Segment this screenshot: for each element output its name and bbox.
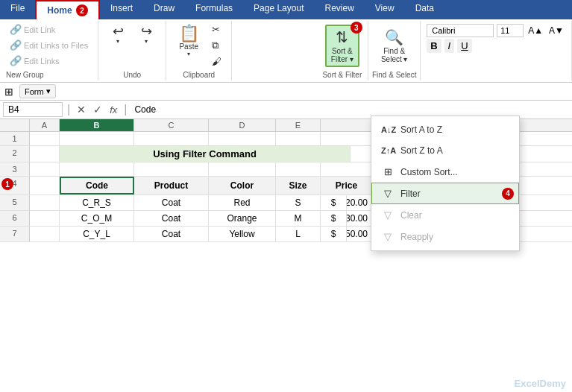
menu-item-reapply[interactable]: ▽ Reapply xyxy=(371,226,519,247)
tab-draw[interactable]: Draw xyxy=(143,0,185,19)
font-size-down-icon[interactable]: A▼ xyxy=(547,25,565,37)
form-btn[interactable]: Form ▾ xyxy=(19,84,56,98)
edit-link-label: Edit Link xyxy=(24,25,55,34)
insert-function-icon[interactable]: fx xyxy=(107,104,119,116)
copy-btn[interactable]: ⧉ xyxy=(208,38,225,53)
col-header-a[interactable]: A xyxy=(30,119,60,131)
col-header-d[interactable]: D xyxy=(209,119,276,131)
cell-5b[interactable]: C_R_S xyxy=(60,195,134,210)
sort-za-icon: Z↑A xyxy=(381,146,395,155)
cell-6f-val[interactable]: 30.00 xyxy=(347,211,373,226)
cell-3d[interactable] xyxy=(209,162,276,176)
cell-7c[interactable]: Coat xyxy=(134,227,209,241)
menu-item-filter[interactable]: ▽ Filter 4 xyxy=(371,183,519,204)
underline-btn[interactable]: U xyxy=(457,39,471,53)
sort-filter-btn[interactable]: ⇅ Sort &Filter ▾ 3 xyxy=(325,25,359,67)
tab-formulas[interactable]: Formulas xyxy=(185,0,243,19)
cell-3a[interactable] xyxy=(30,162,60,176)
cell-ref-box[interactable] xyxy=(3,102,63,117)
cell-5f-val[interactable]: 20.00 xyxy=(347,195,373,210)
col-header-b[interactable]: B xyxy=(60,119,134,131)
cell-6e[interactable]: M xyxy=(276,211,321,226)
edit-link-icon: 🔗 xyxy=(10,24,22,35)
cell-5d[interactable]: Red xyxy=(209,195,276,210)
cell-4b[interactable]: Code xyxy=(60,177,134,195)
sort-filter-dropdown: A↓Z Sort A to Z Z↑A Sort Z to A ⊞ Custom… xyxy=(371,116,520,251)
cell-7f-dollar[interactable]: $ xyxy=(321,227,347,241)
cell-5f-dollar[interactable]: $ xyxy=(321,195,347,210)
cancel-formula-icon[interactable]: ✕ xyxy=(75,103,88,116)
col-header-f[interactable] xyxy=(321,119,373,131)
menu-item-sort-az[interactable]: A↓Z Sort A to Z xyxy=(371,119,519,140)
cell-6d[interactable]: Orange xyxy=(209,211,276,226)
col-header-c[interactable]: C xyxy=(134,119,209,131)
cell-3c[interactable] xyxy=(134,162,209,176)
cell-3f[interactable] xyxy=(321,162,373,176)
italic-btn[interactable]: I xyxy=(444,39,455,53)
find-group-label: Find & Select xyxy=(372,71,416,79)
cell-4f[interactable]: Price xyxy=(321,177,373,195)
cell-5c[interactable]: Coat xyxy=(134,195,209,210)
cell-3e[interactable] xyxy=(276,162,321,176)
cell-7f-val[interactable]: 50.00 xyxy=(347,227,373,241)
cell-title-merged[interactable]: Using Filter Command xyxy=(60,146,351,162)
cell-1c[interactable] xyxy=(134,132,209,145)
custom-sort-icon: ⊞ xyxy=(381,166,395,177)
cell-1b[interactable] xyxy=(60,132,134,145)
edit-link-btn[interactable]: 🔗 Edit Link xyxy=(6,22,59,37)
cell-1e[interactable] xyxy=(276,132,321,145)
cell-5a[interactable] xyxy=(30,195,60,210)
cell-4c[interactable]: Product xyxy=(134,177,209,195)
find-icon: 🔍 xyxy=(385,28,403,46)
cell-1a[interactable] xyxy=(30,132,60,145)
bold-btn[interactable]: B xyxy=(427,39,441,53)
cut-btn[interactable]: ✂ xyxy=(208,22,225,37)
cell-6b[interactable]: C_O_M xyxy=(60,211,134,226)
menu-item-custom-sort[interactable]: ⊞ Custom Sort... xyxy=(371,161,519,183)
font-name-input[interactable] xyxy=(427,24,494,37)
cell-4e[interactable]: Size xyxy=(276,177,321,195)
cell-7a[interactable] xyxy=(30,227,60,241)
cell-4a[interactable] xyxy=(30,177,60,195)
sort-filter-icon: ⇅ xyxy=(336,28,348,46)
cell-2a[interactable] xyxy=(30,146,60,162)
cell-5e[interactable]: S xyxy=(276,195,321,210)
menu-item-clear[interactable]: ▽ Clear xyxy=(371,204,519,226)
font-size-input[interactable] xyxy=(497,24,524,37)
tab-home[interactable]: Home 2 xyxy=(35,0,100,19)
cell-3b[interactable] xyxy=(60,162,134,176)
header-color: Color xyxy=(230,180,254,191)
edit-links-btn[interactable]: 🔗 Edit Links xyxy=(6,54,63,68)
font-size-up-icon[interactable]: A▲ xyxy=(527,25,544,37)
menu-item-sort-za[interactable]: Z↑A Sort Z to A xyxy=(371,140,519,161)
form-label: Form xyxy=(25,87,44,96)
tab-file[interactable]: File xyxy=(0,0,35,19)
confirm-formula-icon[interactable]: ✓ xyxy=(91,103,104,116)
tab-view[interactable]: View xyxy=(365,0,405,19)
cell-4d[interactable]: Color xyxy=(209,177,276,195)
tab-badge-2: 2 xyxy=(76,4,88,16)
paste-btn[interactable]: 📋 Paste ▾ xyxy=(172,22,205,60)
tab-page-layout[interactable]: Page Layout xyxy=(243,0,314,19)
tab-insert[interactable]: Insert xyxy=(100,0,143,19)
cell-6c[interactable]: Coat xyxy=(134,211,209,226)
undo-btn[interactable]: ↩ ▾ xyxy=(104,22,131,47)
undo-icon: ↩ xyxy=(113,25,124,38)
cell-7b[interactable]: C_Y_L xyxy=(60,227,134,241)
tab-data[interactable]: Data xyxy=(405,0,444,19)
paste-icon: 📋 xyxy=(179,25,199,42)
col-header-e[interactable]: E xyxy=(276,119,321,131)
cell-6a[interactable] xyxy=(30,211,60,226)
redo-btn[interactable]: ↪ ▾ xyxy=(133,22,160,47)
cell-7d[interactable]: Yellow xyxy=(209,227,276,241)
cell-6f-dollar[interactable]: $ xyxy=(321,211,347,226)
find-select-btn[interactable]: 🔍 Find &Select ▾ xyxy=(376,25,413,66)
tab-review[interactable]: Review xyxy=(314,0,364,19)
format-painter-btn[interactable]: 🖌 xyxy=(208,54,225,69)
cell-1d[interactable] xyxy=(209,132,276,145)
cell-7e[interactable]: L xyxy=(276,227,321,241)
cell-1f[interactable] xyxy=(321,132,373,145)
formula-input[interactable] xyxy=(131,103,569,116)
edit-links-to-files-btn[interactable]: 🔗 Edit Links to Files xyxy=(6,38,92,52)
form-icon: ⊞ xyxy=(4,86,13,98)
